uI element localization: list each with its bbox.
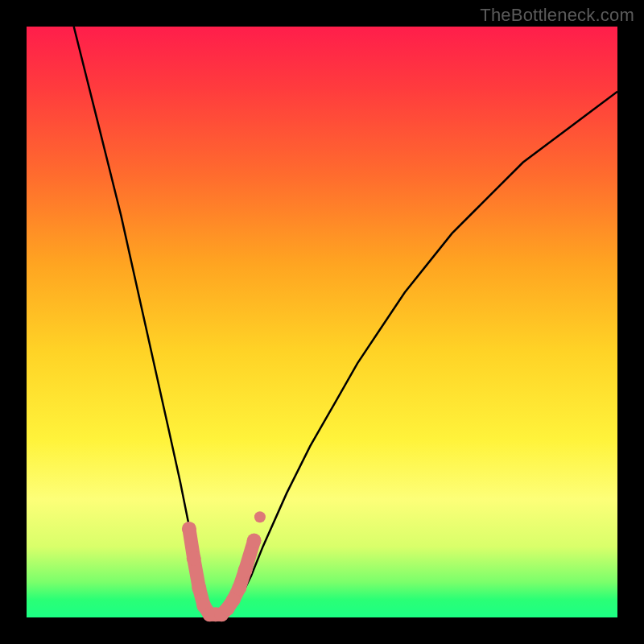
detached-marker: [254, 511, 266, 522]
chart-frame: TheBottleneck.com: [0, 0, 644, 644]
chart-svg: [27, 27, 617, 617]
marker-point: [187, 551, 201, 566]
bottleneck-curve: [74, 27, 617, 614]
watermark-text: TheBottleneck.com: [480, 5, 634, 26]
marker-point: [247, 534, 262, 548]
marker-point: [182, 522, 196, 536]
marker-point: [232, 580, 246, 595]
marker-point: [238, 563, 253, 577]
marker-point: [192, 580, 206, 595]
